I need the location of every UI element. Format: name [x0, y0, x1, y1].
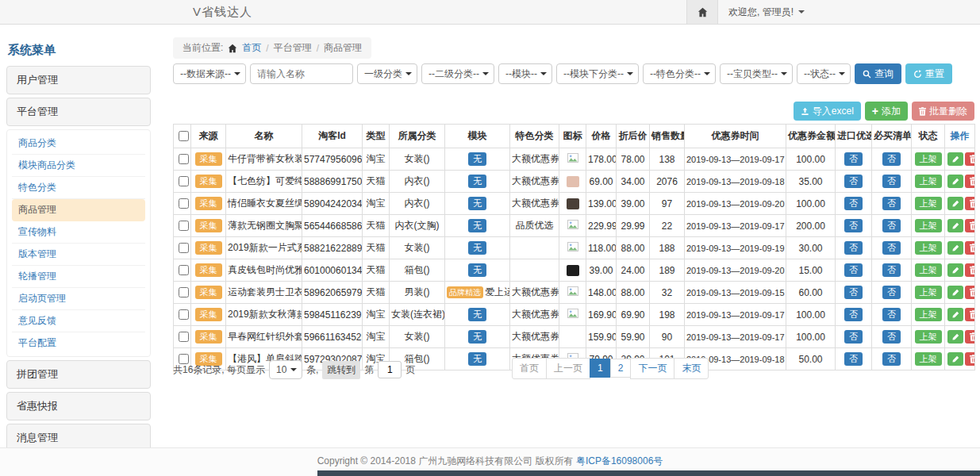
sidebar-item-panel[interactable]: 消息管理 — [6, 424, 151, 448]
delete-button[interactable] — [965, 330, 975, 344]
name-input[interactable] — [250, 63, 353, 84]
status-badge[interactable]: 上架 — [915, 152, 942, 165]
must-buy-badge[interactable]: 否 — [882, 197, 901, 209]
sidebar-item-panel[interactable]: 拼团管理 — [6, 360, 151, 389]
delete-button[interactable] — [965, 241, 975, 255]
import-excel-button[interactable]: 导入excel — [794, 102, 861, 121]
data-source-select[interactable]: --数据来源-- — [173, 63, 246, 84]
edit-button[interactable] — [947, 263, 963, 277]
must-buy-badge[interactable]: 否 — [882, 330, 901, 343]
edit-button[interactable] — [947, 241, 963, 255]
delete-button[interactable] — [965, 152, 975, 166]
jump-button[interactable]: 跳转到 — [322, 361, 360, 379]
row-checkbox[interactable] — [179, 332, 189, 342]
prev-page-button[interactable]: 上一页 — [546, 358, 590, 379]
delete-button[interactable] — [965, 197, 975, 210]
must-buy-badge[interactable]: 否 — [882, 308, 901, 321]
feature-category-select-dropdown[interactable]: --特色分类-- — [644, 64, 715, 83]
batch-delete-button[interactable]: 批量删除 — [912, 102, 974, 121]
sidebar-item[interactable]: 商品管理 — [12, 199, 145, 221]
delete-button[interactable] — [965, 308, 975, 321]
delete-button[interactable] — [965, 263, 975, 277]
item-type-select[interactable]: --宝贝类型-- — [720, 63, 793, 84]
must-buy-badge[interactable]: 否 — [882, 241, 901, 254]
must-buy-badge[interactable]: 否 — [882, 175, 901, 187]
status-badge[interactable]: 上架 — [915, 286, 942, 298]
edit-button[interactable] — [947, 308, 963, 321]
status-badge[interactable]: 上架 — [915, 197, 942, 209]
add-button[interactable]: + 添加 — [865, 102, 908, 121]
level1-category-select[interactable]: 一级分类 — [357, 63, 417, 84]
module-select[interactable]: --模块-- — [498, 63, 552, 84]
sidebar-item[interactable]: 宣传物料 — [12, 221, 145, 244]
delete-button[interactable] — [965, 286, 975, 299]
delete-button[interactable] — [965, 219, 975, 232]
import-select-badge[interactable]: 否 — [844, 286, 863, 298]
item-type-select-dropdown[interactable]: --宝贝类型-- — [721, 64, 792, 83]
page-1-button[interactable]: 1 — [590, 359, 611, 378]
must-buy-badge[interactable]: 否 — [882, 263, 901, 276]
import-select-badge[interactable]: 否 — [844, 330, 863, 343]
module-subcategory-select[interactable]: --模块下分类-- — [556, 63, 639, 84]
data-source-select-dropdown[interactable]: --数据来源-- — [174, 64, 245, 83]
edit-button[interactable] — [947, 219, 963, 232]
sidebar-item[interactable]: 特色分类 — [12, 177, 145, 199]
status-select[interactable]: --状态-- — [797, 63, 851, 84]
last-page-button[interactable]: 末页 — [674, 358, 709, 379]
row-checkbox[interactable] — [179, 309, 189, 320]
page-size-select[interactable]: 10 — [269, 360, 302, 379]
delete-button[interactable] — [965, 175, 975, 188]
row-checkbox[interactable] — [179, 243, 189, 253]
import-select-badge[interactable]: 否 — [844, 263, 863, 276]
user-menu[interactable]: 欢迎您, 管理员! — [728, 0, 805, 24]
sidebar-item[interactable]: 模块商品分类 — [12, 155, 145, 177]
import-select-badge[interactable]: 否 — [844, 219, 863, 232]
import-select-badge[interactable]: 否 — [844, 175, 863, 187]
row-checkbox[interactable] — [179, 176, 189, 186]
first-page-button[interactable]: 首页 — [512, 358, 547, 379]
sidebar-item[interactable]: 意见反馈 — [12, 310, 145, 332]
sidebar-item-panel[interactable]: 平台管理 — [6, 98, 151, 126]
must-buy-badge[interactable]: 否 — [882, 219, 901, 232]
edit-button[interactable] — [947, 330, 963, 344]
import-select-badge[interactable]: 否 — [844, 352, 863, 365]
status-badge[interactable]: 上架 — [915, 241, 942, 254]
import-select-badge[interactable]: 否 — [844, 152, 863, 165]
status-badge[interactable]: 上架 — [915, 219, 942, 232]
status-badge[interactable]: 上架 — [915, 175, 942, 187]
home-button[interactable] — [686, 0, 718, 24]
status-badge[interactable]: 上架 — [915, 308, 942, 321]
row-checkbox[interactable] — [179, 198, 189, 209]
must-buy-badge[interactable]: 否 — [882, 352, 901, 365]
level1-category-select-dropdown[interactable]: 一级分类 — [358, 64, 417, 83]
import-select-badge[interactable]: 否 — [844, 241, 863, 254]
must-buy-badge[interactable]: 否 — [882, 286, 901, 298]
next-page-button[interactable]: 下一页 — [630, 358, 674, 379]
edit-button[interactable] — [947, 152, 963, 166]
status-badge[interactable]: 上架 — [915, 352, 942, 365]
edit-button[interactable] — [947, 352, 963, 366]
module-subcategory-select-dropdown[interactable]: --模块下分类-- — [557, 64, 638, 83]
module-select-dropdown[interactable]: --模块-- — [499, 64, 551, 83]
page-2-button[interactable]: 2 — [610, 359, 632, 378]
sidebar-item[interactable]: 轮播管理 — [12, 266, 145, 288]
status-badge[interactable]: 上架 — [915, 263, 942, 276]
import-select-badge[interactable]: 否 — [844, 308, 863, 321]
must-buy-badge[interactable]: 否 — [882, 152, 901, 165]
feature-category-select[interactable]: --特色分类-- — [643, 63, 716, 84]
icp-link[interactable]: 粤ICP备16098006号 — [576, 455, 663, 466]
reset-button[interactable]: 重置 — [905, 63, 952, 84]
edit-button[interactable] — [947, 286, 963, 299]
breadcrumb-home-link[interactable]: 首页 — [242, 41, 261, 55]
page-size-dropdown[interactable]: 10 — [270, 361, 302, 378]
edit-button[interactable] — [947, 175, 963, 188]
sidebar-item[interactable]: 版本管理 — [12, 244, 145, 266]
row-checkbox[interactable] — [179, 221, 189, 231]
sidebar-item[interactable]: 平台配置 — [12, 332, 145, 354]
sidebar-item-panel[interactable]: 用户管理 — [6, 66, 151, 94]
row-checkbox[interactable] — [179, 265, 189, 275]
import-select-badge[interactable]: 否 — [844, 197, 863, 209]
edit-button[interactable] — [947, 197, 963, 210]
sidebar-item[interactable]: 商品分类 — [12, 132, 145, 155]
sidebar-item-panel[interactable]: 省惠快报 — [6, 392, 151, 420]
